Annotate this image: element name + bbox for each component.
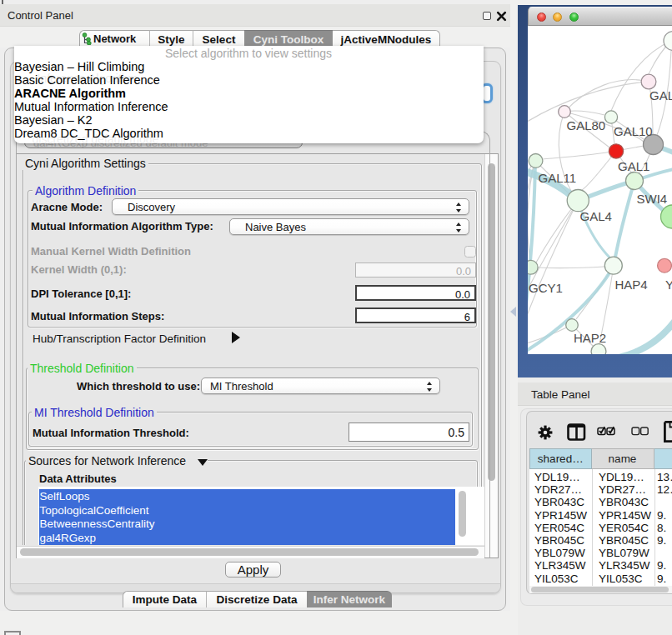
svg-text:GCY1: GCY1: [529, 281, 563, 295]
svg-text:Y: Y: [665, 278, 672, 292]
svg-text:GAL1: GAL1: [618, 159, 649, 173]
svg-text:GAL10: GAL10: [614, 124, 653, 138]
svg-text:SWI4: SWI4: [637, 192, 668, 206]
svg-text:GAL11: GAL11: [539, 171, 577, 185]
svg-text:GAL4: GAL4: [580, 209, 612, 223]
svg-text:GAL80: GAL80: [567, 118, 606, 132]
svg-text:HAP2: HAP2: [574, 331, 606, 345]
svg-text:HAP4: HAP4: [615, 278, 648, 292]
svg-text:GAL7: GAL7: [649, 88, 672, 102]
